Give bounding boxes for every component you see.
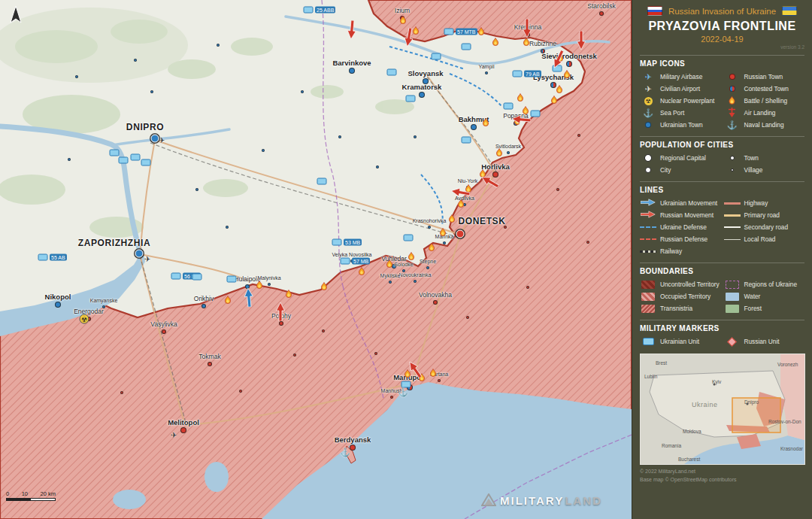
town-dot-settlement [226, 226, 229, 229]
legend-item-occupied-territory: Occupied Territory [640, 290, 721, 302]
town-dot-settlement [68, 158, 71, 161]
sidebar: Russian Invasion of Ukraine PRYAZOVIA FR… [632, 0, 812, 519]
legend-icon-cell [724, 214, 741, 217]
town-label-velyka-novosilka: Velyka Novosilka [332, 252, 372, 257]
legend-label: Ukraine Defense [660, 223, 707, 231]
legend-item-ukrainian-unit: Ukrainian Unit [640, 335, 721, 348]
map-date: 2022-04-19 [640, 35, 804, 44]
legend-icon-cell [640, 338, 656, 345]
battle-icon [729, 96, 735, 106]
battle-icon [449, 212, 456, 226]
inset-label-krasnodar: Krasnodar [780, 446, 803, 451]
ukrainian-unit-marker [504, 103, 514, 110]
legend-label: Russian Movement [660, 211, 714, 219]
water-swatch [726, 293, 739, 301]
town-dot-melitopol [180, 427, 186, 433]
town-dot-polohy [279, 321, 283, 326]
legend-label: Contested Town [744, 85, 789, 93]
ukrainian-unit-marker [462, 137, 471, 144]
town-dot-settlement [134, 59, 137, 62]
town-dot-settlement [374, 352, 377, 355]
legend-label: Russian Town [744, 73, 783, 80]
legend-label: Uncontrolled Territory [660, 281, 720, 288]
legend-item-ukrainian-movement: Ukrainian Movement [640, 197, 721, 209]
inset-label-dnipro: Dnipro [744, 399, 759, 405]
legend-label: Ukrainian Movement [660, 199, 717, 207]
app: DNIPROZAPORIZHZHIADONETSKSlovyanskKramat… [0, 0, 812, 519]
ukrainian-unit-marker [119, 157, 129, 164]
legend-icon-cell: ⚓ [640, 108, 656, 118]
air-landing-icon [728, 108, 736, 119]
legend-section-military-markers: MILITARY MARKERS Ukrainian Unit Russian … [640, 320, 804, 348]
inset-label-moldova: Moldova [683, 429, 701, 434]
unit-label-53-mb: 53 MB [344, 239, 362, 246]
nuclear-powerplant-icon: ☢ [80, 314, 89, 324]
town-label-nikopol: Nikopol [45, 293, 71, 301]
battle-icon [517, 91, 524, 105]
town-dot-sievierodonetsk [566, 61, 572, 67]
legend-icon-cell [640, 293, 656, 301]
town-dot-rubizhne [541, 49, 545, 53]
secondary-road-icon [724, 226, 741, 228]
town-label-novoukrainka: Novoukrainka [399, 272, 432, 278]
battle-icon [483, 116, 489, 129]
legend-label: Water [744, 293, 761, 300]
legend-label: Regional Capital [660, 154, 706, 162]
town-label-dnipro: DNIPRO [126, 122, 164, 132]
ukrainian-unit-marker [406, 96, 416, 102]
town-label-donetsk: DONETSK [459, 216, 506, 226]
legend-icon-cell [640, 281, 656, 289]
ukrainian-unit-marker [387, 69, 397, 76]
battle-icon [408, 250, 415, 263]
town-dot-settlement [120, 391, 123, 394]
town-dot-donetsk [456, 230, 465, 238]
town-dot-settlement [586, 241, 589, 244]
legend-section-boundaries: BOUNDARIES Uncontrolled Territory Occupi… [640, 263, 804, 314]
town-label-tokmak: Tokmak [198, 353, 220, 360]
town-dot-settlement [376, 165, 379, 168]
russian-town-icon [729, 74, 735, 80]
legend-icon-cell [724, 305, 741, 313]
legend-label: Sea Port [660, 109, 684, 117]
legend-item-village: Village [724, 164, 805, 176]
town-dot-settlement [556, 188, 559, 191]
ukrainian-unit-marker [192, 274, 202, 281]
ukrainian-town-icon [645, 122, 651, 128]
legend-icon-cell [724, 226, 741, 228]
legend-section-lines: LINES Ukrainian Movement Russian Movemen… [640, 181, 804, 257]
sea-port-icon: ⚓ [340, 448, 350, 457]
legend-section-population: POPULATION OF CITIES Regional Capital Ci… [640, 136, 804, 176]
legend-icon-cell [724, 156, 741, 160]
legend-item-transnistria: Transnistria [640, 302, 721, 314]
ukraine-defense-icon [640, 226, 656, 228]
legend-item-town: Town [724, 152, 805, 164]
ukraine-flag-icon [782, 6, 797, 16]
town-label-berdyansk: Berdyansk [335, 436, 371, 444]
civilian-airport-icon: ✈ [644, 84, 651, 94]
legend-label: Railway [660, 247, 682, 255]
legend-item-regions-of-ukraine: Regions of Ukraine [724, 278, 805, 290]
legend-icon-cell: ⚓ [724, 120, 741, 130]
town-dot-svitlodarsk [507, 151, 510, 154]
legend-icon-cell [724, 239, 741, 240]
legend-item-ukraine-defense: Ukraine Defense [640, 221, 721, 233]
legend-icon-cell [724, 86, 741, 92]
battle-icon [430, 366, 437, 380]
legend-label: Regions of Ukraine [744, 281, 798, 288]
legend-section-title-lines: LINES [640, 186, 804, 194]
legend-icon-cell: ✈ [640, 72, 656, 82]
town-dot-orikhiv [201, 304, 206, 308]
legend-label: Ukrainian Town [660, 121, 703, 129]
ukrainian-unit-marker [38, 254, 48, 261]
legend-icon-cell [724, 168, 741, 171]
inset-overview-map: BrestLublinVoronezhKyivUkraineDniproRost… [640, 354, 805, 465]
militaryland-logo-icon [481, 493, 496, 507]
legend-icon-cell [640, 226, 656, 228]
inset-label-brest: Brest [656, 360, 667, 366]
town-dot-berdyansk [350, 445, 356, 451]
legend-item-battle-shelling: Battle / Shelling [724, 95, 805, 107]
town-label-energodar: Energodar [74, 308, 104, 315]
legend-item-sea-port: ⚓ Sea Port [640, 107, 721, 119]
ukrainian-unit-marker [513, 71, 523, 77]
town-dot-stepne [426, 266, 429, 269]
